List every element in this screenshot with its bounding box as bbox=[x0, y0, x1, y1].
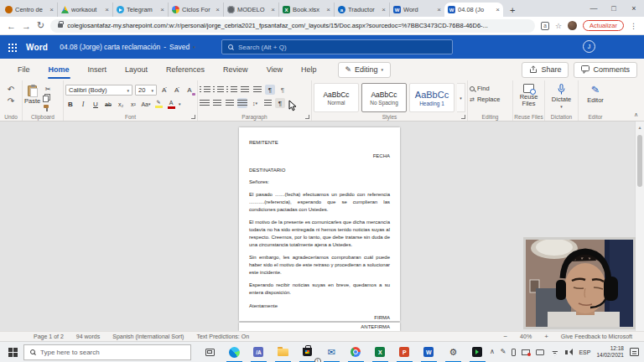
taskbar-clock[interactable]: 12:1814/02/2021 bbox=[596, 345, 624, 359]
tab-file[interactable]: File bbox=[8, 59, 39, 80]
save-status[interactable]: Saved bbox=[169, 43, 190, 51]
app-name[interactable]: Word bbox=[26, 43, 48, 52]
page-count[interactable]: Page 1 of 2 bbox=[34, 334, 64, 339]
tab-close-icon[interactable]: × bbox=[437, 6, 441, 13]
app-launcher-icon[interactable] bbox=[8, 43, 17, 52]
align-right-button[interactable] bbox=[225, 98, 235, 108]
highlight-color-button[interactable]: ✎ bbox=[153, 99, 164, 109]
vertical-scrollbar[interactable]: ▴ bbox=[635, 122, 644, 331]
taskbar-word[interactable]: W bbox=[417, 342, 441, 362]
feedback-link[interactable]: Give Feedback to Microsoft bbox=[561, 334, 632, 339]
address-bar[interactable]: colegiosantafaz-my.sharepoint.com/:w:/r/… bbox=[50, 19, 535, 33]
taskbar-mail[interactable]: ✉1 bbox=[319, 342, 344, 362]
zoom-in-button[interactable]: + bbox=[544, 333, 548, 340]
tab-close-icon[interactable]: × bbox=[382, 6, 386, 13]
paragraph-dialog-launcher-icon[interactable] bbox=[305, 115, 309, 119]
editing-mode-dropdown[interactable]: ✎ Editing ▾ bbox=[338, 62, 392, 78]
collapse-ribbon-icon[interactable]: ∧ bbox=[634, 111, 638, 118]
forward-icon[interactable]: → bbox=[22, 21, 31, 31]
increase-indent-button[interactable] bbox=[252, 85, 262, 95]
clear-formatting-button[interactable]: A bbox=[184, 85, 195, 96]
copy-icon[interactable] bbox=[43, 96, 49, 102]
align-center-button[interactable] bbox=[212, 98, 222, 108]
taskbar-settings[interactable]: ⚙ bbox=[441, 342, 465, 362]
find-button[interactable]: Find bbox=[470, 85, 490, 92]
styles-gallery-expand-icon[interactable]: ▾ bbox=[457, 83, 465, 112]
account-avatar[interactable]: J bbox=[583, 40, 595, 53]
font-dialog-launcher-icon[interactable] bbox=[191, 115, 195, 119]
grow-font-button[interactable]: Aˆ bbox=[159, 85, 169, 96]
tab-insert[interactable]: Insert bbox=[79, 59, 117, 80]
comments-button[interactable]: Comments bbox=[574, 62, 637, 78]
tab-layout[interactable]: Layout bbox=[116, 59, 157, 80]
justify-button[interactable] bbox=[237, 98, 247, 108]
taskbar-search-box[interactable] bbox=[23, 344, 191, 360]
browser-tab-excel[interactable]: X Book.xlsx × bbox=[278, 3, 334, 17]
window-minimize-button[interactable]: — bbox=[584, 0, 604, 17]
search-input[interactable] bbox=[238, 44, 446, 51]
browser-tab-telegram[interactable]: Telegram × bbox=[112, 3, 168, 17]
pen-icon[interactable]: ✎ bbox=[501, 349, 506, 355]
superscript-button[interactable]: x² bbox=[128, 99, 138, 109]
browser-tab-active-doc[interactable]: W 04.08 (Jo × bbox=[444, 3, 503, 17]
document-title-group[interactable]: 04.08 (Jorge) carta reclamación - Saved … bbox=[60, 43, 195, 51]
tab-close-icon[interactable]: × bbox=[160, 6, 164, 13]
taskbar-chrome[interactable] bbox=[344, 342, 368, 362]
chrome-update-button[interactable]: Actualizar bbox=[583, 20, 624, 31]
styles-dialog-launcher-icon[interactable] bbox=[461, 115, 465, 119]
tab-home[interactable]: Home bbox=[39, 59, 79, 80]
start-button[interactable] bbox=[3, 342, 23, 362]
style-no-spacing[interactable]: AaBbCc No Spacing bbox=[361, 83, 407, 112]
word-count[interactable]: 94 words bbox=[76, 334, 100, 339]
tab-help[interactable]: Help bbox=[292, 59, 326, 80]
reload-icon[interactable]: ↻ bbox=[37, 20, 44, 31]
dictate-button[interactable]: Dictate ▾ bbox=[547, 80, 576, 109]
back-icon[interactable]: ← bbox=[7, 21, 16, 31]
tab-view[interactable]: View bbox=[257, 59, 292, 80]
line-spacing-button[interactable]: ↕▾ bbox=[250, 98, 260, 108]
editor-button[interactable]: ✎ Editor bbox=[580, 80, 610, 104]
tab-close-icon[interactable]: × bbox=[326, 6, 330, 13]
window-close-button[interactable]: × bbox=[624, 0, 644, 17]
text-predictions-status[interactable]: Text Predictions: On bbox=[196, 334, 249, 339]
share-button[interactable]: Share bbox=[522, 62, 569, 78]
keyboard-icon[interactable] bbox=[536, 349, 544, 355]
zoom-level[interactable]: 40% bbox=[520, 334, 532, 339]
taskbar-app-purple[interactable]: /A bbox=[247, 342, 271, 362]
taskbar-edge[interactable] bbox=[222, 342, 247, 362]
paragraph-direction-button[interactable]: ¶ bbox=[278, 85, 288, 95]
tab-close-icon[interactable]: × bbox=[496, 6, 500, 13]
bold-button[interactable]: B bbox=[65, 99, 75, 109]
scroll-up-icon[interactable]: ▴ bbox=[636, 124, 644, 130]
font-name-select[interactable]: Calibri (Body) ▾ bbox=[65, 85, 132, 96]
action-center-icon[interactable] bbox=[630, 348, 639, 356]
replace-button[interactable]: ⇄Replace bbox=[470, 96, 500, 103]
italic-button[interactable]: I bbox=[78, 99, 88, 109]
taskbar-powerpoint[interactable]: P bbox=[392, 342, 417, 362]
font-size-select[interactable]: 20 ▾ bbox=[135, 85, 157, 96]
taskbar-search-input[interactable] bbox=[40, 349, 184, 356]
language-status[interactable]: Spanish (International Sort) bbox=[112, 334, 184, 339]
document-title[interactable]: 04.08 (Jorge) carta reclamación bbox=[60, 43, 160, 51]
multilevel-list-button[interactable] bbox=[226, 85, 237, 95]
cut-icon[interactable]: ✂ bbox=[43, 85, 53, 93]
strikethrough-button[interactable]: ab bbox=[103, 99, 113, 109]
screen-cast-icon[interactable] bbox=[522, 349, 530, 355]
subscript-button[interactable]: x₂ bbox=[116, 99, 126, 109]
zoom-out-button[interactable]: − bbox=[503, 333, 507, 340]
speaker-icon[interactable] bbox=[565, 349, 573, 355]
browser-tab-modelo[interactable]: MODELO × bbox=[223, 3, 278, 17]
font-color-button[interactable]: A bbox=[166, 99, 176, 109]
browser-tab-drive[interactable]: workaout × bbox=[57, 3, 112, 17]
browser-profile-avatar[interactable] bbox=[568, 21, 577, 30]
taskbar-excel[interactable]: X bbox=[368, 342, 392, 362]
browser-tab-word[interactable]: W Word × bbox=[389, 3, 444, 17]
format-painter-icon[interactable] bbox=[43, 105, 49, 112]
chevron-down-icon[interactable]: ▾ bbox=[193, 44, 195, 49]
task-view-button[interactable] bbox=[198, 342, 222, 362]
bullet-list-button[interactable] bbox=[200, 85, 210, 95]
browser-tab-ciclos[interactable]: Ciclos For × bbox=[168, 3, 223, 17]
change-case-button[interactable]: Aa▾ bbox=[141, 99, 151, 109]
window-maximize-button[interactable]: □ bbox=[604, 0, 624, 17]
decrease-indent-button[interactable] bbox=[240, 85, 250, 95]
